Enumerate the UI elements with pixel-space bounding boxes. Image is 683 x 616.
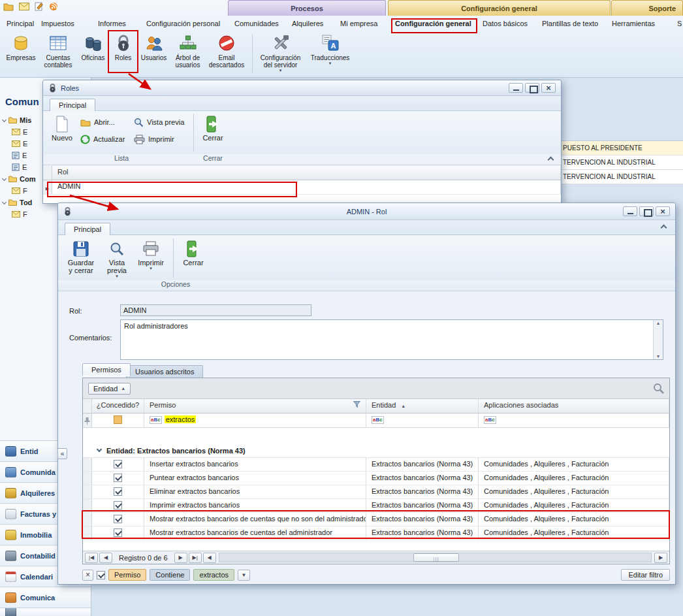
- permiso-cell[interactable]: Mostrar extractos bancarios de cuentas q…: [144, 513, 366, 526]
- collapse-pane-button[interactable]: «: [57, 448, 67, 459]
- aplicaciones-cell[interactable]: Comunidades , Alquileres , Facturación: [479, 458, 669, 471]
- tab-usuarios-adscritos[interactable]: Usuarios adscritos: [126, 365, 203, 378]
- editar-filtro-button[interactable]: Editar filtro: [621, 569, 670, 581]
- tree-item-folder[interactable]: Mis: [0, 114, 31, 125]
- filter-cell-permiso[interactable]: extractos: [144, 413, 366, 427]
- maximize-button[interactable]: [639, 206, 654, 216]
- collapse-group-icon[interactable]: [97, 447, 102, 452]
- oficinas-button[interactable]: Oficinas: [78, 32, 108, 61]
- tree-item-folder[interactable]: Com: [0, 173, 35, 184]
- vista-previa-button[interactable]: Vista previa: [132, 115, 186, 129]
- filter-cell-entidad[interactable]: [366, 413, 479, 427]
- filter-value-chip[interactable]: extractos: [193, 569, 234, 581]
- filter-text[interactable]: extractos: [165, 415, 197, 423]
- background-grid-row[interactable]: TERVENCION AL INDUSTRIAL: [562, 155, 683, 170]
- first-record-button[interactable]: [85, 553, 98, 563]
- ribbon-tab-comunidades[interactable]: Comunidades: [234, 20, 279, 27]
- permiso-cell[interactable]: Eliminar extractos bancarios: [144, 485, 366, 498]
- usuarios-button[interactable]: Usuarios: [138, 32, 170, 61]
- filter-cell-aplicaciones[interactable]: [479, 413, 669, 427]
- column-header-entidad[interactable]: Entidad: [366, 399, 479, 413]
- entidad-cell[interactable]: Extractos bancarios (Norma 43): [366, 499, 479, 512]
- cerrar-button[interactable]: Cerrar: [199, 113, 227, 143]
- roles-titlebar[interactable]: Roles: [43, 80, 561, 96]
- ribbon-tab-alquileres[interactable]: Alquileres: [292, 20, 323, 27]
- scrollbar-thumb[interactable]: [413, 553, 459, 562]
- rol-cell[interactable]: ADMIN: [52, 180, 561, 194]
- sidebar-item-comunicaciones[interactable]: Comunica: [0, 587, 91, 608]
- grid-row[interactable]: Eliminar extractos bancarios Extractos b…: [83, 485, 669, 499]
- collapse-ribbon-icon[interactable]: [661, 225, 667, 231]
- email-descartados-button[interactable]: Email descartados: [206, 32, 247, 69]
- sidebar-item-partial[interactable]: [0, 608, 91, 616]
- nuevo-button[interactable]: Nuevo: [48, 113, 76, 143]
- aplicaciones-cell[interactable]: Comunidades , Alquileres , Facturación: [479, 513, 669, 526]
- concedido-checkbox[interactable]: [114, 487, 122, 496]
- ribbon-tab-mi-empresa[interactable]: Mi empresa: [340, 20, 377, 27]
- edit-icon[interactable]: [35, 2, 44, 12]
- entidad-cell[interactable]: Extractos bancarios (Norma 43): [366, 472, 479, 485]
- collapse-ribbon-icon[interactable]: [548, 157, 554, 163]
- horizontal-scrollbar[interactable]: [219, 553, 652, 562]
- tree-item[interactable]: E: [0, 126, 27, 137]
- group-row[interactable]: Entidad: Extractos bancarios (Norma 43): [83, 444, 669, 458]
- column-header-concedido[interactable]: ¿Concedido?: [92, 399, 144, 413]
- aplicaciones-cell[interactable]: Comunidades , Alquileres , Facturación: [479, 472, 669, 485]
- abrir-button[interactable]: Abrir...: [78, 115, 127, 129]
- tree-item[interactable]: E: [0, 161, 27, 172]
- tree-item[interactable]: E: [0, 138, 27, 149]
- feed-icon[interactable]: [49, 2, 58, 12]
- aplicaciones-cell[interactable]: Comunidades , Alquileres , Facturación: [479, 499, 669, 512]
- entidad-cell[interactable]: Extractos bancarios (Norma 43): [366, 513, 479, 526]
- configuracion-del-servidor-button[interactable]: Configuración del servidor: [255, 32, 306, 73]
- expand-icon[interactable]: [2, 118, 7, 122]
- grid-row[interactable]: Puntear extractos bancarios Extractos ba…: [83, 472, 669, 485]
- rol-input[interactable]: ADMIN: [120, 304, 311, 316]
- filter-icon[interactable]: [353, 401, 360, 408]
- tab-principal[interactable]: Principal: [65, 223, 110, 235]
- permiso-cell[interactable]: Mostrar extractos bancarios de cuentas d…: [144, 527, 366, 540]
- permiso-cell[interactable]: Puntear extractos bancarios: [144, 472, 366, 485]
- filter-checkbox[interactable]: [114, 415, 122, 424]
- filter-operator-chip[interactable]: Contiene: [150, 569, 190, 581]
- traducciones-button[interactable]: A Traducciones: [308, 32, 353, 65]
- expand-icon[interactable]: [2, 176, 7, 181]
- permiso-cell[interactable]: Insertar extractos bancarios: [144, 458, 366, 471]
- imprimir-button[interactable]: Imprimir: [135, 238, 167, 272]
- tab-permisos[interactable]: Permisos: [82, 363, 131, 376]
- maximize-button[interactable]: [525, 83, 539, 93]
- aplicaciones-cell[interactable]: Comunidades , Alquileres , Facturación: [479, 485, 669, 498]
- roles-grid-row-admin[interactable]: ADMIN: [43, 180, 561, 195]
- comentarios-input[interactable]: Rol administradores: [120, 319, 663, 360]
- concedido-checkbox[interactable]: [114, 528, 122, 537]
- app-icon[interactable]: [3, 2, 14, 12]
- background-grid-row[interactable]: PUESTO AL PRESIDENTE: [562, 141, 683, 155]
- group-by-chip-entidad[interactable]: Entidad: [88, 383, 131, 395]
- concedido-checkbox[interactable]: [114, 460, 122, 468]
- aplicaciones-cell[interactable]: Comunidades , Alquileres , Facturación: [479, 527, 669, 540]
- filter-cell-concedido[interactable]: [92, 413, 144, 427]
- arbol-de-usuarios-button[interactable]: Árbol de usuarios: [170, 32, 205, 69]
- cerrar-button[interactable]: Cerrar: [178, 238, 208, 268]
- grid-row[interactable]: Imprimir extractos bancarios Extractos b…: [83, 499, 669, 513]
- scrollbar[interactable]: [653, 320, 663, 359]
- scroll-left-button[interactable]: [203, 553, 216, 563]
- permiso-cell[interactable]: Imprimir extractos bancarios: [144, 499, 366, 512]
- ribbon-tab-herramientas[interactable]: Herramientas: [612, 20, 655, 27]
- grid-row[interactable]: Insertar extractos bancarios Extractos b…: [83, 458, 669, 472]
- mail-icon[interactable]: [19, 3, 29, 12]
- filter-dropdown-button[interactable]: ▼: [238, 570, 250, 581]
- close-button[interactable]: [656, 206, 670, 216]
- column-header-permiso[interactable]: Permiso: [144, 399, 366, 413]
- tab-principal[interactable]: Principal: [50, 99, 95, 111]
- tree-item[interactable]: F: [0, 185, 27, 196]
- background-grid-row[interactable]: TERVENCION AL INDUSTRIAL: [562, 170, 683, 184]
- last-record-button[interactable]: [189, 553, 202, 563]
- scroll-right-button[interactable]: [654, 553, 667, 563]
- imprimir-button[interactable]: Imprimir: [132, 132, 186, 146]
- actualizar-button[interactable]: Actualizar: [78, 132, 127, 146]
- close-button[interactable]: [541, 83, 556, 93]
- concedido-checkbox[interactable]: [114, 501, 122, 510]
- minimize-button[interactable]: [509, 83, 523, 93]
- ribbon-tab-impuestos[interactable]: Impuestos: [41, 20, 74, 27]
